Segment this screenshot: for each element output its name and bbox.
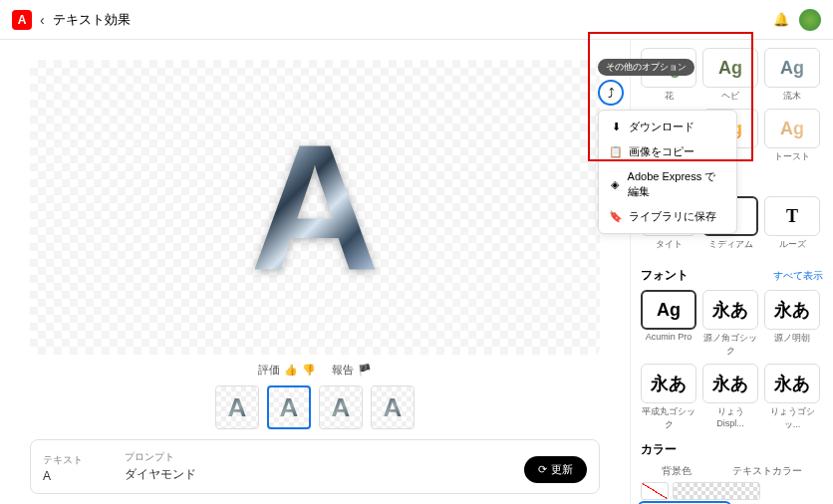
options-menu: ⬇ダウンロード 📋画像をコピー ◈Adobe Express で編集 🔖ライブラ… <box>598 110 737 234</box>
variant-4[interactable]: A <box>371 385 415 429</box>
rate-control[interactable]: 評価 👍 👎 <box>258 363 315 378</box>
report-control[interactable]: 報告 🏴 <box>332 363 372 378</box>
rendered-text: A <box>250 105 380 311</box>
style-toast[interactable]: Agトースト <box>764 109 820 163</box>
feedback-bar: 評価 👍 👎 報告 🏴 <box>30 363 600 378</box>
variant-3[interactable]: A <box>319 385 363 429</box>
express-icon: ◈ <box>609 178 622 191</box>
menu-download[interactable]: ⬇ダウンロード <box>599 115 736 139</box>
popup-tooltip: その他のオプション <box>598 59 694 76</box>
font-section-title: フォント <box>641 267 689 284</box>
swatch-transparent[interactable] <box>673 482 760 500</box>
color-swatches <box>641 482 823 504</box>
menu-copy-image[interactable]: 📋画像をコピー <box>599 139 736 164</box>
more-options-popup: その他のオプション ⤴ ⬇ダウンロード 📋画像をコピー ◈Adobe Expre… <box>598 56 737 234</box>
share-button[interactable]: ⤴ <box>598 80 624 106</box>
text-label: テキスト <box>43 453 113 467</box>
download-icon: ⬇ <box>609 121 623 133</box>
bg-color-label: 背景色 <box>662 464 692 478</box>
color-section-title: カラー <box>641 441 823 458</box>
notifications-icon[interactable]: 🔔 <box>773 12 789 27</box>
prompt-input[interactable]: ダイヤモンド <box>125 466 512 483</box>
canvas-area: A 評価 👍 👎 報告 🏴 A A A A テキスト A プロンプト ダイヤモン… <box>0 40 630 504</box>
variant-row: A A A A <box>30 385 600 429</box>
font-acumin[interactable]: AgAcumin Pro <box>641 290 696 358</box>
font-ryo-display[interactable]: 永ありょう Displ... <box>702 364 758 431</box>
clipboard-icon: 📋 <box>609 145 623 158</box>
variant-1[interactable]: A <box>215 385 259 429</box>
text-input[interactable]: A <box>43 469 113 483</box>
swatch-none[interactable] <box>641 482 669 500</box>
font-options: AgAcumin Pro 永あ源ノ角ゴシック 永あ源ノ明朝 永あ平成丸ゴシック … <box>641 290 823 431</box>
menu-edit-express[interactable]: ◈Adobe Express で編集 <box>599 164 736 204</box>
shape-loose[interactable]: Tルーズ <box>764 196 820 251</box>
back-button[interactable]: ‹ <box>40 12 45 28</box>
variant-2[interactable]: A <box>267 385 311 429</box>
font-ryo-gothic[interactable]: 永ありょうゴシッ... <box>764 364 820 431</box>
prompt-label: プロンプト <box>125 450 512 464</box>
preview-canvas: A <box>30 60 600 355</box>
text-color-label: テキストカラー <box>732 464 802 478</box>
style-driftwood[interactable]: Ag流木 <box>764 48 820 103</box>
adobe-logo[interactable]: A <box>12 10 32 30</box>
user-avatar[interactable] <box>799 9 821 31</box>
menu-save-library[interactable]: 🔖ライブラリに保存 <box>599 204 736 229</box>
page-title: テキスト効果 <box>53 11 131 29</box>
update-button[interactable]: ⟳ 更新 <box>524 456 587 483</box>
font-heisei[interactable]: 永あ平成丸ゴシック <box>641 364 696 431</box>
font-genno-gothic[interactable]: 永あ源ノ角ゴシック <box>702 290 758 358</box>
font-genno-mincho[interactable]: 永あ源ノ明朝 <box>764 290 820 358</box>
prompt-bar: テキスト A プロンプト ダイヤモンド ⟳ 更新 <box>30 439 600 494</box>
library-icon: 🔖 <box>609 210 623 223</box>
app-header: A ‹ テキスト効果 🔔 <box>0 0 833 40</box>
font-see-all[interactable]: すべて表示 <box>773 269 823 283</box>
